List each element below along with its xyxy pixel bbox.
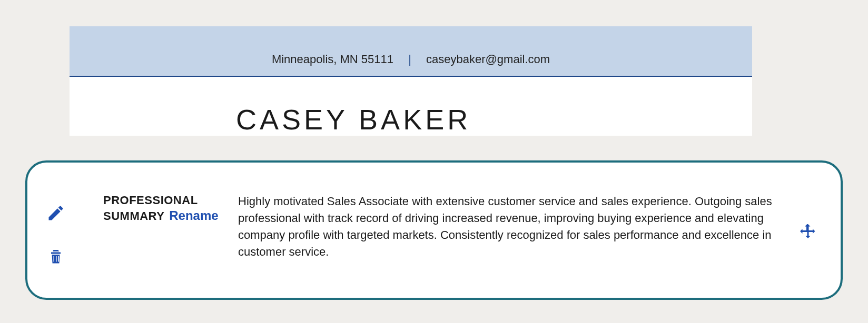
professional-summary-section[interactable]: PROFESSIONAL SUMMARY Rename Highly motiv…: [25, 160, 843, 300]
contact-header: Minneapolis, MN 55111 | caseybaker@gmail…: [70, 26, 752, 77]
section-body-text[interactable]: Highly motivated Sales Associate with ex…: [238, 193, 777, 260]
delete-button[interactable]: [46, 247, 65, 266]
name-heading: CASEY BAKER: [70, 77, 752, 136]
separator: |: [408, 53, 411, 66]
location-text: Minneapolis, MN 55111: [272, 53, 393, 66]
trash-icon: [46, 258, 65, 267]
email-text: caseybaker@gmail.com: [426, 53, 550, 66]
resume-document: Minneapolis, MN 55111 | caseybaker@gmail…: [70, 26, 752, 136]
move-button[interactable]: [798, 223, 817, 241]
rename-button[interactable]: Rename: [169, 208, 218, 223]
pencil-icon: [46, 215, 65, 224]
section-label-column: PROFESSIONAL SUMMARY Rename: [103, 193, 232, 260]
section-content: PROFESSIONAL SUMMARY Rename Highly motiv…: [103, 193, 777, 260]
move-arrows-icon: [798, 234, 817, 243]
edit-button[interactable]: [46, 204, 65, 223]
